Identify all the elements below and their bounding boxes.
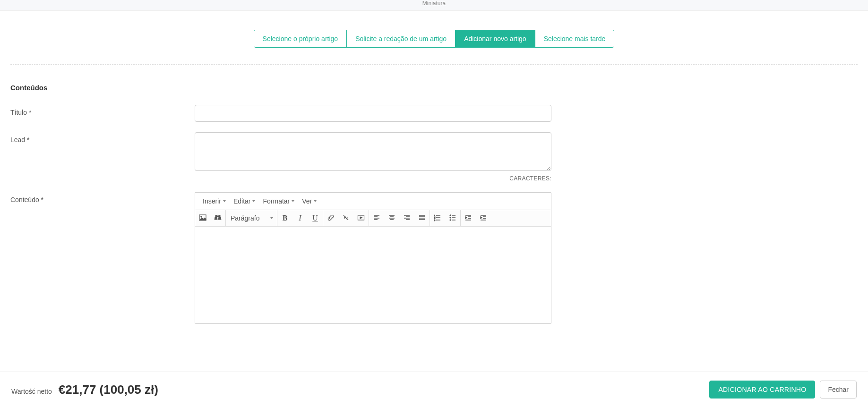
underline-icon: U — [312, 214, 318, 222]
menu-label: Formatar — [263, 197, 290, 205]
align-center-icon — [388, 214, 395, 223]
section-divider — [10, 64, 858, 65]
svg-point-6 — [450, 214, 451, 215]
remove-link-button[interactable] — [338, 210, 353, 226]
tab-select-later[interactable]: Selecione mais tarde — [535, 30, 614, 47]
article-mode-tabs: Selecione o próprio artigo Solicite a re… — [254, 30, 615, 48]
section-heading: Conteúdos — [10, 84, 858, 92]
lead-label: Lead * — [10, 132, 195, 144]
editor-menubar: Inserir Editar Formatar Ver — [195, 193, 551, 210]
thumbnail-label: Miniatura — [422, 0, 446, 7]
editor-toolbar: Parágrafo B I U — [195, 210, 551, 227]
tab-label: Solicite a redação de um artigo — [355, 35, 447, 42]
outdent-icon — [464, 214, 472, 223]
menu-insert[interactable]: Inserir — [200, 196, 229, 206]
block-format-select[interactable]: Parágrafo — [226, 210, 277, 226]
underline-button[interactable]: U — [308, 210, 323, 226]
lead-textarea[interactable] — [195, 132, 551, 171]
menu-format[interactable]: Formatar — [260, 196, 297, 206]
bold-button[interactable]: B — [277, 210, 292, 226]
image-icon — [199, 214, 206, 223]
bold-icon: B — [283, 214, 288, 222]
italic-button[interactable]: I — [292, 210, 308, 226]
link-icon — [327, 214, 335, 223]
align-center-button[interactable] — [384, 210, 399, 226]
row-lead: Lead * CARACTERES: — [10, 132, 858, 182]
insert-link-button[interactable] — [323, 210, 338, 226]
content-editor-body[interactable] — [195, 227, 551, 323]
tab-request-article[interactable]: Solicite a redação de um artigo — [347, 30, 455, 47]
svg-point-8 — [450, 219, 451, 220]
align-left-icon — [373, 214, 380, 223]
menu-edit[interactable]: Editar — [231, 196, 258, 206]
binoculars-icon — [214, 214, 222, 223]
menu-label: Editar — [233, 197, 251, 205]
tab-label: Selecione o próprio artigo — [263, 35, 338, 42]
menu-label: Inserir — [203, 197, 221, 205]
chevron-down-icon — [223, 200, 226, 202]
media-icon — [357, 214, 365, 223]
content-label: Conteúdo * — [10, 192, 195, 204]
svg-point-7 — [450, 217, 451, 218]
align-right-button[interactable] — [399, 210, 414, 226]
unordered-list-icon — [449, 214, 456, 223]
find-replace-button[interactable] — [210, 210, 225, 226]
row-content: Conteúdo * Inserir Editar Formatar Ver — [10, 192, 858, 324]
insert-media-button[interactable] — [353, 210, 369, 226]
align-justify-button[interactable] — [414, 210, 430, 226]
tabs-row: Selecione o próprio artigo Solicite a re… — [0, 30, 868, 48]
unlink-icon — [342, 214, 350, 223]
title-input[interactable] — [195, 105, 551, 122]
outdent-button[interactable] — [461, 210, 476, 226]
svg-point-1 — [201, 216, 202, 217]
italic-icon: I — [299, 214, 301, 222]
rich-text-editor: Inserir Editar Formatar Ver — [195, 192, 551, 324]
chevron-down-icon — [292, 200, 294, 202]
ordered-list-button[interactable]: 123 — [430, 210, 445, 226]
align-left-button[interactable] — [369, 210, 384, 226]
menu-label: Ver — [302, 197, 312, 205]
chevron-down-icon — [270, 217, 273, 219]
svg-text:3: 3 — [434, 219, 436, 221]
title-label: Título * — [10, 105, 195, 116]
content-area: Conteúdos Título * Lead * CARACTERES: Co… — [0, 84, 868, 324]
chevron-down-icon — [314, 200, 317, 202]
row-title: Título * — [10, 105, 858, 122]
indent-button[interactable] — [476, 210, 491, 226]
align-right-icon — [403, 214, 411, 223]
insert-image-button[interactable] — [195, 210, 210, 226]
unordered-list-button[interactable] — [445, 210, 460, 226]
menu-view[interactable]: Ver — [299, 196, 319, 206]
chevron-down-icon — [252, 200, 255, 202]
tab-add-new-article[interactable]: Adicionar novo artigo — [455, 30, 535, 47]
character-count-label: CARACTERES: — [195, 175, 551, 182]
tab-label: Adicionar novo artigo — [464, 35, 526, 42]
indent-icon — [480, 214, 487, 223]
tab-select-own-article[interactable]: Selecione o próprio artigo — [254, 30, 347, 47]
tab-label: Selecione mais tarde — [544, 35, 606, 42]
top-bar: Miniatura — [0, 0, 868, 11]
align-justify-icon — [418, 214, 426, 223]
block-format-label: Parágrafo — [231, 214, 259, 222]
ordered-list-icon: 123 — [434, 214, 441, 223]
